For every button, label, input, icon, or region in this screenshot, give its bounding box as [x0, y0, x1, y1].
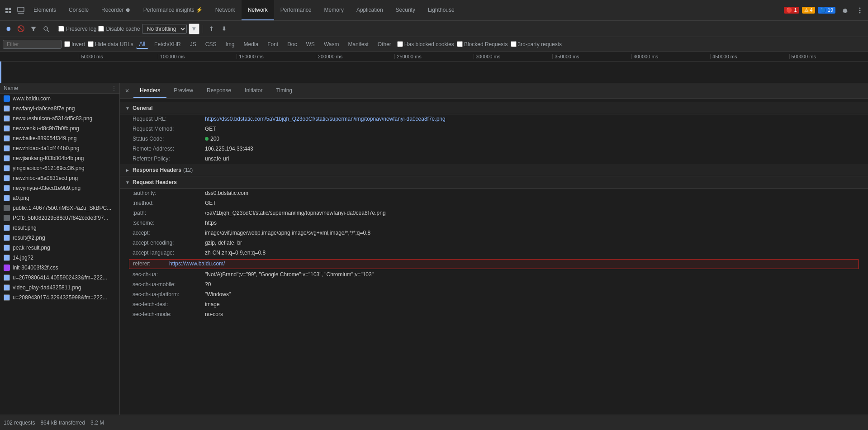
file-icon-grey [4, 205, 10, 211]
file-item-5[interactable]: newzhidao-da1cf444b0.png [0, 143, 119, 153]
filter-type-wasm[interactable]: Wasm [321, 40, 342, 48]
filter-type-all[interactable]: All [136, 40, 148, 49]
tab-headers[interactable]: Headers [133, 83, 166, 98]
detail-panel: ✕ Headers Preview Response Initiator Tim… [120, 83, 868, 415]
disable-cache-label[interactable]: Disable cache [98, 26, 140, 32]
file-item-17[interactable]: init-304003f32f.css [0, 263, 119, 273]
response-headers-section-header[interactable]: Response Headers (12) [120, 164, 868, 176]
tab-performance[interactable]: Performance [274, 0, 318, 20]
file-item-1[interactable]: newfanyi-da0cea8f7e.png [0, 104, 119, 113]
file-icon-img [4, 175, 10, 181]
search-btn[interactable] [41, 24, 52, 34]
throttle-dropdown-btn[interactable]: ▼ [189, 24, 199, 34]
request-headers-section-header[interactable]: Request Headers [120, 176, 868, 189]
filter-type-other[interactable]: Other [375, 40, 394, 48]
file-icon-img [4, 135, 10, 142]
file-item-8[interactable]: newzhibo-a6a0831ecd.png [0, 173, 119, 183]
filter-type-css[interactable]: CSS [202, 40, 220, 48]
devtools-menu-btn[interactable] [2, 4, 14, 17]
filter-type-font[interactable]: Font [264, 40, 281, 48]
tab-initiator[interactable]: Initiator [238, 83, 269, 98]
filter-type-fetch[interactable]: Fetch/XHR [151, 40, 184, 48]
blocked-requests-checkbox[interactable] [457, 41, 463, 47]
hide-data-urls-label[interactable]: Hide data URLs [88, 41, 133, 47]
third-party-checkbox[interactable] [511, 41, 517, 47]
has-blocked-cookies-label[interactable]: Has blocked cookies [397, 41, 454, 47]
tab-security[interactable]: Security [389, 0, 422, 20]
network-toolbar: ⏺ 🚫 Preserve log Disable cache No thrott… [0, 21, 868, 37]
file-item-9[interactable]: newyinyue-03ecd1e9b9.png [0, 183, 119, 193]
clear-btn[interactable]: 🚫 [15, 24, 26, 34]
filter-type-manifest[interactable]: Manifest [345, 40, 371, 48]
detail-tab-bar: ✕ Headers Preview Response Initiator Tim… [120, 83, 868, 99]
file-item-2[interactable]: newxueshuicon-a5314d5c83.png [0, 113, 119, 123]
file-item-3[interactable]: newwenku-d8c9b7b0fb.png [0, 123, 119, 133]
file-item-15[interactable]: peak-result.png [0, 243, 119, 253]
preserve-log-checkbox[interactable] [58, 26, 64, 32]
file-item-19[interactable]: video_play-dad4325811.png [0, 283, 119, 293]
file-item-6[interactable]: newjiankang-f03b804b4b.png [0, 153, 119, 163]
dock-btn[interactable] [14, 4, 27, 17]
filter-type-img[interactable]: Img [222, 40, 237, 48]
blocked-requests-label[interactable]: Blocked Requests [457, 41, 508, 47]
divider-2 [203, 25, 203, 33]
file-item-4[interactable]: newbaike-889054f349.png [0, 133, 119, 143]
tick-5: 250000 ms [394, 54, 473, 59]
file-item-11[interactable]: public.1.406775b0.nMSXPaZu_SkBPC... [0, 203, 119, 213]
more-btn[interactable] [854, 4, 866, 17]
resize-handle[interactable]: ⋮ [112, 85, 116, 91]
file-item-20[interactable]: u=2089430174,3294325998&fm=222... [0, 293, 119, 302]
filter-btn[interactable] [28, 24, 39, 34]
tab-console[interactable]: Console [62, 0, 95, 20]
tab-memory[interactable]: Memory [318, 0, 350, 20]
import-har-btn[interactable]: ⬆ [206, 24, 217, 34]
tab-lighthouse[interactable]: Lighthouse [422, 0, 461, 20]
filter-input[interactable] [3, 40, 62, 49]
general-section-header[interactable]: General [120, 102, 868, 114]
tab-timing[interactable]: Timing [270, 83, 299, 98]
file-item-10[interactable]: a0.png [0, 193, 119, 203]
filter-type-ws[interactable]: WS [303, 40, 318, 48]
file-item-12[interactable]: PCfb_5bf082d29588c07f842ccde3f97... [0, 213, 119, 223]
settings-btn[interactable] [838, 4, 851, 17]
has-blocked-cookies-checkbox[interactable] [397, 41, 403, 47]
file-item-14[interactable]: result@2.png [0, 233, 119, 243]
hide-data-urls-checkbox[interactable] [88, 41, 94, 47]
tab-preview[interactable]: Preview [167, 83, 199, 98]
req-header-sec-ch-ua-platform: sec-ch-ua-platform: "Windows" [120, 290, 868, 300]
tab-application[interactable]: Application [350, 0, 389, 20]
general-arrow-icon [125, 105, 130, 111]
throttle-select[interactable]: No throttling [142, 24, 187, 34]
file-item-7[interactable]: yingxiaoicon-612169cc36.png [0, 163, 119, 173]
third-party-label[interactable]: 3rd-party requests [511, 41, 562, 47]
tab-response[interactable]: Response [200, 83, 237, 98]
record-btn[interactable]: ⏺ [3, 24, 14, 34]
file-icon-img [4, 235, 10, 241]
filter-type-media[interactable]: Media [240, 40, 261, 48]
filter-type-js[interactable]: JS [187, 40, 199, 48]
tab-network[interactable]: Network [242, 0, 274, 20]
detail-close-btn[interactable]: ✕ [122, 85, 133, 96]
disable-cache-checkbox[interactable] [98, 26, 104, 32]
invert-label[interactable]: Invert [64, 41, 85, 47]
tab-performance-insights[interactable]: Performance insights ⚡ [137, 0, 209, 20]
request-headers-arrow-icon [125, 180, 130, 185]
file-item-0[interactable]: www.baidu.com [0, 94, 119, 104]
file-item-13[interactable]: result.png [0, 223, 119, 233]
tab-recorder[interactable]: Recorder ⏺ [95, 0, 137, 20]
export-har-btn[interactable]: ⬇ [219, 24, 230, 34]
req-header-sec-fetch-mode: sec-fetch-mode: no-cors [120, 310, 868, 320]
tab-elements[interactable]: Elements [27, 0, 62, 20]
file-icon-img [4, 105, 10, 112]
svg-rect-2 [5, 11, 8, 13]
filter-type-doc[interactable]: Doc [284, 40, 300, 48]
tab-sources[interactable]: Network [209, 0, 242, 20]
svg-point-8 [859, 12, 861, 13]
file-item-16[interactable]: 14.jpg?2 [0, 253, 119, 263]
preserve-log-label[interactable]: Preserve log [58, 26, 96, 32]
invert-checkbox[interactable] [64, 41, 70, 47]
divider-1 [55, 25, 55, 33]
file-item-18[interactable]: u=2679806414,4055902433&fm=222... [0, 273, 119, 283]
req-header-accept-encoding: accept-encoding: gzip, deflate, br [120, 238, 868, 248]
file-icon-grey [4, 215, 10, 221]
